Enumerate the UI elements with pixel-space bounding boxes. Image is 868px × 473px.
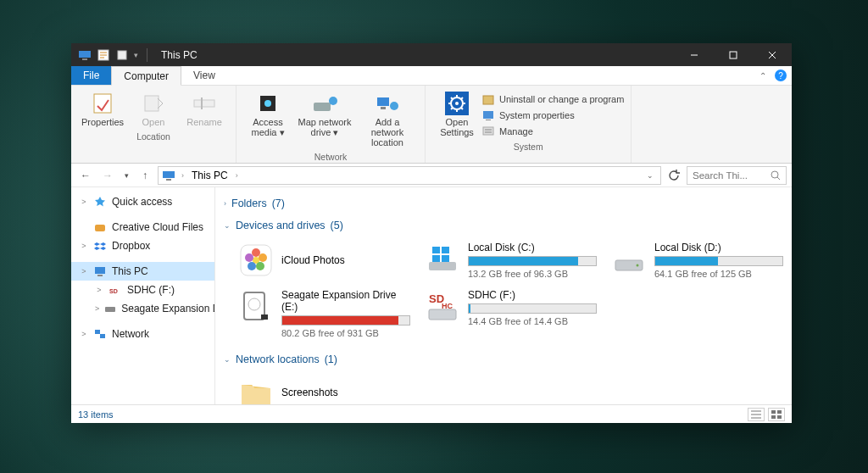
rename-button[interactable]: Rename (180, 89, 229, 130)
svg-rect-50 (429, 309, 456, 320)
details-view-button[interactable] (748, 408, 765, 421)
pc-icon (93, 264, 107, 278)
chevron-right-icon[interactable]: › (233, 171, 241, 180)
svg-rect-0 (79, 51, 91, 58)
tab-file[interactable]: File (71, 66, 111, 85)
forward-button[interactable]: → (98, 166, 117, 185)
svg-rect-42 (442, 247, 449, 253)
map-network-drive-button[interactable]: Map network drive ▾ (294, 89, 355, 150)
add-network-location-button[interactable]: Add a network location (357, 89, 418, 150)
ribbon-group-network: Access media ▾ Map network drive ▾ Add a… (236, 86, 426, 163)
drive-local-disk-d-[interactable]: Local Disk (D:)64.1 GB free of 125 GB (609, 238, 787, 282)
ribbon: Properties Open Rename Location Access m… (71, 86, 792, 164)
expand-icon[interactable]: > (80, 267, 88, 275)
ribbon-group-location: Properties Open Rename Location (71, 86, 236, 163)
search-icon (771, 170, 781, 181)
usage-bar (468, 303, 597, 314)
crumb-this-pc[interactable]: This PC (190, 170, 230, 181)
drive-seagate-expansion-drive-e-[interactable]: Seagate Expansion Drive (E:)80.2 GB free… (236, 286, 414, 342)
back-button[interactable]: ← (76, 166, 95, 185)
window-title: This PC (158, 49, 198, 61)
windows-drive-icon (426, 242, 459, 275)
sidebar-item-seagate-expansion-drive-e-[interactable]: >Seagate Expansion Drive (E:) (71, 299, 214, 318)
qat-dropdown-icon[interactable]: ▾ (134, 51, 138, 59)
chevron-right-icon: › (224, 199, 226, 208)
sidebar-item-label: Creative Cloud Files (112, 221, 203, 233)
titlebar[interactable]: ▾ This PC (71, 43, 792, 66)
chevron-right-icon[interactable]: › (179, 171, 186, 180)
pc-icon (162, 169, 175, 182)
expand-icon[interactable]: > (80, 198, 88, 206)
device-icloud-photos[interactable]: iCloud Photos (236, 238, 414, 282)
navigation-pane[interactable]: >Quick accessCreative Cloud Files>Dropbo… (71, 187, 215, 404)
sidebar-item-creative-cloud-files[interactable]: Creative Cloud Files (71, 218, 214, 236)
tab-computer[interactable]: Computer (111, 66, 181, 86)
svg-rect-32 (100, 334, 105, 338)
group-network-locations[interactable]: ⌄ Network locations (1) (220, 348, 792, 370)
netloc-screenshots[interactable]: Screenshots (236, 372, 414, 404)
collapse-ribbon-icon[interactable]: ⌃ (760, 71, 766, 81)
ribbon-group-label: Network (314, 150, 348, 162)
expand-icon[interactable]: > (95, 286, 103, 294)
svg-rect-31 (95, 330, 100, 334)
svg-rect-1 (82, 58, 87, 60)
uninstall-program-button[interactable]: Uninstall or change a program (481, 92, 624, 106)
sidebar-item-quick-access[interactable]: >Quick access (71, 192, 214, 211)
ribbon-tabs: File Computer View ⌃ ? (71, 66, 792, 86)
usage-bar (654, 256, 783, 266)
address-bar[interactable]: › This PC › ⌄ (158, 166, 661, 185)
svg-rect-21 (486, 120, 491, 120)
sidebar-item-this-pc[interactable]: >This PC (71, 262, 214, 281)
search-placeholder: Search Thi... (693, 170, 748, 181)
svg-rect-13 (377, 97, 389, 106)
search-input[interactable]: Search Thi... (687, 166, 787, 185)
access-media-button[interactable]: Access media ▾ (243, 89, 292, 150)
drive-local-disk-c-[interactable]: Local Disk (C:)13.2 GB free of 96.3 GB (422, 238, 600, 282)
svg-rect-14 (381, 107, 386, 109)
svg-point-46 (637, 264, 639, 267)
svg-point-37 (256, 262, 264, 270)
expand-icon[interactable]: > (80, 330, 88, 338)
svg-text:HC: HC (442, 302, 453, 310)
group-folders[interactable]: › Folders (7) (220, 192, 792, 214)
folder-icon (239, 376, 273, 404)
sidebar-item-sdhc-f-[interactable]: >SDSDHC (F:) (71, 281, 214, 299)
content-pane[interactable]: › Folders (7) ⌄ Devices and drives (5) i… (215, 187, 792, 404)
group-devices[interactable]: ⌄ Devices and drives (5) (220, 214, 792, 236)
sidebar-item-label: Seagate Expansion Drive (E:) (121, 303, 215, 314)
expand-icon[interactable]: > (95, 304, 99, 313)
help-icon[interactable]: ? (775, 70, 787, 81)
svg-rect-22 (483, 127, 493, 135)
manage-button[interactable]: Manage (481, 125, 624, 138)
hdd-icon (104, 302, 116, 315)
open-button[interactable]: Open (129, 89, 178, 130)
svg-rect-30 (105, 307, 115, 312)
properties-button[interactable]: Properties (78, 89, 127, 130)
up-button[interactable]: ↑ (136, 166, 154, 185)
svg-rect-49 (261, 314, 268, 320)
close-button[interactable] (753, 43, 792, 66)
open-settings-button[interactable]: Open Settings (432, 89, 481, 140)
svg-point-39 (245, 253, 253, 262)
tab-view[interactable]: View (181, 66, 227, 85)
newfolder-qat-icon[interactable] (115, 48, 129, 62)
drive-icon (612, 242, 646, 275)
svg-rect-43 (432, 255, 440, 262)
drive-sdhc-f-[interactable]: SDHCSDHC (F:)14.4 GB free of 14.4 GB (422, 286, 600, 342)
refresh-button[interactable] (665, 166, 683, 185)
sidebar-item-network[interactable]: >Network (71, 325, 214, 343)
system-properties-button[interactable]: System properties (481, 109, 624, 122)
monitor-qat-icon[interactable] (78, 48, 92, 62)
open-icon (140, 92, 167, 115)
maximize-button[interactable] (714, 43, 753, 66)
map-drive-icon (311, 92, 338, 115)
sidebar-item-dropbox[interactable]: >Dropbox (71, 236, 214, 255)
status-bar: 13 items (71, 404, 792, 423)
expand-icon[interactable]: > (80, 242, 88, 250)
minimize-button[interactable] (675, 43, 714, 66)
cc-icon (93, 220, 107, 234)
large-icons-view-button[interactable] (768, 408, 785, 421)
properties-qat-icon[interactable] (97, 48, 110, 62)
history-dropdown[interactable]: ▾ (120, 166, 132, 185)
address-dropdown-icon[interactable]: ⌄ (643, 171, 657, 180)
